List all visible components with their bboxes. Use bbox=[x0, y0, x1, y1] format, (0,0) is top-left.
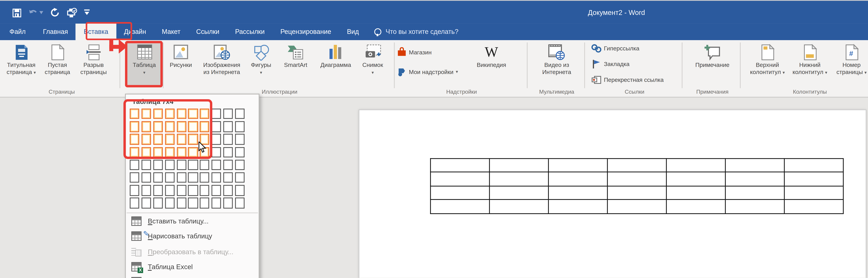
grid-cell-8x1[interactable] bbox=[212, 109, 221, 119]
grid-cell-3x3[interactable] bbox=[153, 134, 163, 145]
grid-cell-8x2[interactable] bbox=[212, 121, 221, 132]
grid-cell-7x5[interactable] bbox=[200, 160, 210, 170]
grid-cell-7x8[interactable] bbox=[200, 198, 210, 208]
page-break-button[interactable]: Разрывстраницы bbox=[75, 41, 112, 87]
grid-cell-4x6[interactable] bbox=[165, 172, 174, 183]
grid-cell-9x8[interactable] bbox=[223, 198, 233, 208]
tab-view[interactable]: Вид bbox=[339, 24, 367, 40]
grid-cell-5x8[interactable] bbox=[177, 198, 186, 208]
store-button[interactable]: Магазин bbox=[396, 46, 469, 58]
grid-cell-3x2[interactable] bbox=[153, 121, 163, 132]
table-cell[interactable] bbox=[607, 200, 666, 213]
grid-cell-10x3[interactable] bbox=[235, 134, 245, 145]
grid-cell-5x6[interactable] bbox=[177, 172, 186, 183]
grid-cell-1x5[interactable] bbox=[130, 160, 139, 170]
tab-file[interactable]: Файл bbox=[0, 24, 35, 40]
grid-cell-3x5[interactable] bbox=[153, 160, 163, 170]
pictures-button[interactable]: Рисунки bbox=[164, 41, 197, 87]
wikipedia-button[interactable]: W Википедия bbox=[469, 41, 514, 87]
grid-cell-2x8[interactable] bbox=[142, 198, 151, 208]
grid-cell-7x1[interactable] bbox=[200, 109, 210, 119]
bookmark-button[interactable]: Закладка bbox=[590, 58, 682, 71]
grid-cell-1x2[interactable] bbox=[130, 121, 139, 132]
grid-cell-3x7[interactable] bbox=[153, 185, 163, 196]
grid-cell-5x3[interactable] bbox=[177, 134, 186, 145]
grid-cell-4x4[interactable] bbox=[165, 147, 174, 158]
grid-cell-6x1[interactable] bbox=[188, 109, 198, 119]
grid-cell-6x3[interactable] bbox=[188, 134, 198, 145]
tab-layout[interactable]: Макет bbox=[154, 24, 188, 40]
grid-cell-8x6[interactable] bbox=[212, 172, 221, 183]
menu-item-draw-table[interactable]: ✎ Нарисовать таблицу bbox=[126, 229, 259, 244]
grid-cell-6x8[interactable] bbox=[188, 198, 198, 208]
shapes-button[interactable]: Фигуры ▾ bbox=[246, 41, 276, 87]
grid-cell-10x1[interactable] bbox=[235, 109, 245, 119]
table-cell[interactable] bbox=[548, 172, 607, 186]
menu-item-quick-tables[interactable]: Экспресс-таблицы ▶ bbox=[126, 274, 259, 278]
grid-cell-8x3[interactable] bbox=[212, 134, 221, 145]
table-cell[interactable] bbox=[489, 186, 548, 200]
menu-item-excel-table[interactable]: X Таблица Excel bbox=[126, 259, 259, 274]
tab-review[interactable]: Рецензирование bbox=[273, 24, 339, 40]
table-cell[interactable] bbox=[784, 186, 843, 200]
grid-cell-7x6[interactable] bbox=[200, 172, 210, 183]
grid-cell-2x6[interactable] bbox=[142, 172, 151, 183]
grid-cell-3x1[interactable] bbox=[153, 109, 163, 119]
grid-cell-2x1[interactable] bbox=[142, 109, 151, 119]
grid-cell-10x4[interactable] bbox=[235, 147, 245, 158]
table-size-grid[interactable] bbox=[130, 109, 259, 208]
grid-cell-3x8[interactable] bbox=[153, 198, 163, 208]
grid-cell-5x1[interactable] bbox=[177, 109, 186, 119]
grid-cell-2x7[interactable] bbox=[142, 185, 151, 196]
cross-reference-button[interactable]: Перекрестная ссылка bbox=[590, 74, 682, 86]
grid-cell-4x2[interactable] bbox=[165, 121, 174, 132]
table-cell[interactable] bbox=[548, 186, 607, 200]
grid-cell-9x5[interactable] bbox=[223, 160, 233, 170]
tab-design[interactable]: Дизайн bbox=[116, 24, 154, 40]
grid-cell-8x8[interactable] bbox=[212, 198, 221, 208]
table-cell[interactable] bbox=[666, 186, 725, 200]
grid-cell-5x2[interactable] bbox=[177, 121, 186, 132]
grid-cell-10x5[interactable] bbox=[235, 160, 245, 170]
grid-cell-2x3[interactable] bbox=[142, 134, 151, 145]
online-video-button[interactable]: Видео изИнтернета bbox=[532, 41, 582, 87]
table-cell[interactable] bbox=[725, 172, 784, 186]
grid-cell-5x7[interactable] bbox=[177, 185, 186, 196]
table-cell[interactable] bbox=[725, 186, 784, 200]
table-cell[interactable] bbox=[430, 159, 489, 172]
document-table[interactable] bbox=[430, 158, 843, 214]
tell-me-search[interactable]: Что вы хотите сделать? bbox=[367, 24, 458, 40]
grid-cell-5x4[interactable] bbox=[177, 147, 186, 158]
grid-cell-2x5[interactable] bbox=[142, 160, 151, 170]
tab-insert[interactable]: Вставка bbox=[76, 24, 116, 40]
menu-item-insert-table[interactable]: Вставить таблицу... bbox=[126, 214, 259, 229]
grid-cell-10x8[interactable] bbox=[235, 198, 245, 208]
header-button[interactable]: Верхнийколонтитул ▾ bbox=[746, 41, 789, 87]
table-cell[interactable] bbox=[666, 200, 725, 213]
grid-cell-9x2[interactable] bbox=[223, 121, 233, 132]
grid-cell-4x5[interactable] bbox=[165, 160, 174, 170]
grid-cell-8x7[interactable] bbox=[212, 185, 221, 196]
grid-cell-4x3[interactable] bbox=[165, 134, 174, 145]
table-cell[interactable] bbox=[607, 172, 666, 186]
table-cell[interactable] bbox=[666, 172, 725, 186]
grid-cell-2x2[interactable] bbox=[142, 121, 151, 132]
table-cell[interactable] bbox=[607, 159, 666, 172]
table-cell[interactable] bbox=[489, 172, 548, 186]
grid-cell-10x2[interactable] bbox=[235, 121, 245, 132]
footer-button[interactable]: Нижнийколонтитул ▾ bbox=[789, 41, 831, 87]
smartart-button[interactable]: SmartArt bbox=[276, 41, 315, 87]
online-pictures-button[interactable]: Изображенияиз Интернета bbox=[197, 41, 246, 87]
chart-button[interactable]: Диаграмма bbox=[315, 41, 356, 87]
page-number-button[interactable]: # Номерстраницы ▾ bbox=[831, 41, 868, 87]
grid-cell-6x2[interactable] bbox=[188, 121, 198, 132]
document-page[interactable] bbox=[358, 109, 866, 278]
my-addins-button[interactable]: Мои надстройки ▾ bbox=[396, 65, 469, 78]
tab-home[interactable]: Главная bbox=[35, 24, 76, 40]
menu-item-convert-text-to-table[interactable]: Преобразовать в таблицу... bbox=[126, 244, 259, 259]
grid-cell-4x1[interactable] bbox=[165, 109, 174, 119]
table-cell[interactable] bbox=[548, 200, 607, 213]
grid-cell-6x4[interactable] bbox=[188, 147, 198, 158]
grid-cell-8x5[interactable] bbox=[212, 160, 221, 170]
grid-cell-4x7[interactable] bbox=[165, 185, 174, 196]
